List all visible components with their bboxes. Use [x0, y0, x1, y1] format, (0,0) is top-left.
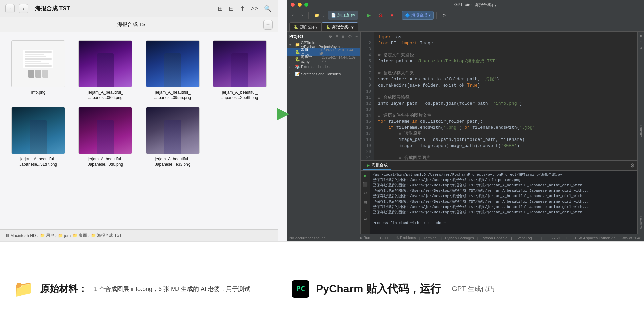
list-item[interactable]: jerjam_A_beautiful_Japanese...0d0.png [75, 107, 136, 167]
tree-arrow-scratches: › [289, 72, 293, 76]
run-bottom-tab[interactable]: ▶ Run [360, 236, 370, 240]
breadcrumb-current[interactable]: 📁 海报合成 TST [91, 233, 122, 238]
project-header: Project ⚙ ≡ ⊞ ⚙ − [287, 32, 360, 41]
sidebar-settings-icon[interactable]: ⚙ [329, 34, 332, 39]
toolbar-run-button[interactable]: ▶ [364, 11, 374, 20]
run-toolbar: ▶ ⬛ ⚙ ▤ ↓ ↩ [361, 171, 370, 234]
run-restart-button[interactable]: ▶ [362, 172, 369, 179]
add-folder-button[interactable]: + [263, 20, 273, 30]
run-settings-icon[interactable]: ⚙ [630, 162, 635, 169]
list-item[interactable]: jerjam_A_beautiful_Japanese...e33.png [143, 107, 203, 167]
breadcrumb-sep: › [55, 233, 57, 238]
pycharm-status-bar: No occurrences found ▶ Run | TCDO | ⚠ Pr… [287, 234, 644, 241]
run-tab-run[interactable]: ▶ 海报合成 [363, 161, 391, 170]
run-output-line: 已保存处理后的图像：/Users/jer/Desktop/海报合成 TST/海报… [373, 210, 635, 215]
tree-item-haibao[interactable]: 🐍 海报合成.py 2023/4/27, 14:44, 1.09 kB [287, 56, 360, 63]
bottom-right: PC PyCharm 贴入代码，运行 GPT 生成代码 [278, 242, 644, 336]
tree-item-label: 海报合成.py [301, 54, 319, 64]
list-item[interactable]: info.png [8, 40, 68, 100]
toolbar-run-config[interactable]: 🔷 海报合成 ▾ [402, 11, 434, 20]
view-toggle-icon[interactable]: ⊟ [227, 4, 235, 14]
tree-item-label: Scratches and Consoles [301, 72, 341, 76]
toolbar-separator [399, 12, 399, 19]
tree-scratches-icon: 📝 [295, 72, 300, 76]
more-icon[interactable]: >> [250, 4, 259, 13]
breadcrumb-users[interactable]: 📁 用户 [40, 233, 54, 238]
breadcrumb-jer[interactable]: 📁 jer [58, 233, 69, 238]
tab-haibao[interactable]: 🐍 海报合成.py [322, 22, 358, 31]
eventlog-bottom-tab[interactable]: Event Log [515, 236, 532, 240]
pycharm-logo: PC [292, 280, 309, 298]
list-item[interactable]: jerjam_A_beautiful_Japanes...0f555.png [143, 40, 203, 100]
run-output-line: 已保存处理后的图像：/Users/jer/Desktop/海报合成 TST/海报… [373, 177, 635, 183]
tree-item-date: 2023/4/27, 14:44, 1.09 kB [322, 56, 358, 63]
run-wrap-btn[interactable]: ↩ [362, 216, 369, 223]
side-btn-2[interactable]: ≡ [638, 39, 644, 44]
finder-title: 海报合成 TST [35, 5, 212, 12]
share-icon[interactable]: ⬆ [238, 4, 246, 14]
tree-item-ext-libs[interactable]: › 📚 External Libraries [287, 63, 360, 70]
breadcrumb-disk[interactable]: 🖥 Macintosh HD [5, 233, 36, 238]
list-item[interactable]: jerjam_A_beautiful_Japanese...51d7.png [8, 107, 68, 167]
tab-jiabaibian[interactable]: 🐍 加白边.py [289, 22, 322, 31]
side-btn-3[interactable]: ⊞ [638, 45, 644, 50]
file-thumbnail [213, 40, 267, 87]
toolbar-file1[interactable]: 📄 加白边.py [328, 11, 358, 20]
run-stop-button[interactable]: ⬛ [362, 181, 369, 188]
tree-file-icon: 🐍 [295, 57, 300, 62]
toolbar-settings[interactable]: ⚙ [439, 11, 449, 20]
arrow-indicator: ▶ [277, 103, 289, 122]
favorites-label: Favorites [638, 213, 644, 233]
list-item[interactable]: jerjam_A_beautiful_Japanes...0f66.png [75, 40, 136, 100]
address-title: 海报合成 TST [5, 21, 261, 28]
pycharm-titlebar: GPTiroiro - 海报合成.py [287, 0, 644, 9]
toolbar-nav-forward[interactable]: › [298, 11, 306, 20]
sidebar-minus-icon[interactable]: − [355, 34, 358, 39]
tcdo-bottom-tab[interactable]: TCDO [378, 236, 388, 240]
nav-forward-button[interactable]: › [19, 4, 28, 13]
run-output-line: 已保存处理后的图像：/Users/jer/Desktop/海报合成 TST/海报… [373, 204, 635, 210]
finder-breadcrumb: 🖥 Macintosh HD › 📁 用户 › 📁 jer › 📁 桌面 › 📁… [0, 229, 278, 241]
problems-bottom-tab[interactable]: ⚠ Problems [396, 236, 416, 240]
finder-toolbar-icons: ⊞ ⊟ ⬆ >> 🔍 [216, 4, 273, 14]
nav-back-button[interactable]: ‹ [5, 4, 15, 13]
tree-item-jiabaibian[interactable]: 🐍 加白边.py 2023/4/27, 12:01, 1.44 kB [287, 48, 360, 56]
view-grid-icon[interactable]: ⊞ [216, 4, 224, 14]
toolbar-debug-button[interactable]: 🐞 [375, 11, 386, 20]
code-content[interactable]: import os from PIL import Image # 指定文件夹路… [374, 32, 637, 160]
toolbar-stop-button[interactable]: ■ [387, 11, 396, 20]
tree-item-scratches[interactable]: › 📝 Scratches and Consoles [287, 70, 360, 78]
window-close-button[interactable] [291, 3, 295, 7]
line-numbers: 123456789101112131415161718192021 [361, 32, 374, 160]
run-output-line: /usr/local/bin/python3.9 /Users/jer/Pych… [373, 172, 635, 177]
tree-arrow-root: ▾ [289, 43, 293, 47]
toolbar-nav-back[interactable]: ‹ [289, 11, 297, 20]
search-icon[interactable]: 🔍 [263, 4, 273, 14]
tree-item-root[interactable]: ▾ 📁 GPTiroiro ~/PycharmProjects/pyth... [287, 41, 360, 48]
toolbar-separator [308, 12, 309, 19]
sidebar-gear-icon[interactable]: ⚙ [348, 34, 352, 39]
sidebar-view-icon[interactable]: ⊞ [341, 34, 345, 39]
run-main: ▶ ⬛ ⚙ ▤ ↓ ↩ /usr/local/bin/python3.9 /Us… [361, 171, 637, 234]
pypackages-bottom-tab[interactable]: Python Packages [445, 236, 474, 240]
run-scroll-btn[interactable]: ↓ [362, 207, 369, 214]
pyconsole-bottom-tab[interactable]: Python Console [482, 236, 508, 240]
sidebar-layout-icon[interactable]: ≡ [336, 34, 338, 39]
breadcrumb-desktop[interactable]: 📁 桌面 [73, 233, 87, 238]
window-maximize-button[interactable] [304, 3, 308, 7]
file-thumbnail [78, 107, 132, 154]
toolbar-separator [361, 12, 361, 19]
tab-label: 加白边.py [300, 24, 317, 30]
run-settings-btn[interactable]: ⚙ [362, 189, 369, 197]
side-btn-1[interactable]: ▣ [638, 33, 644, 38]
run-filter-btn[interactable]: ▤ [362, 198, 369, 206]
window-minimize-button[interactable] [298, 3, 302, 7]
file-thumbnail [11, 40, 65, 87]
pycharm-editor: 123456789101112131415161718192021 import… [361, 32, 637, 234]
terminal-bottom-tab[interactable]: Terminal [424, 236, 438, 240]
toolbar-project[interactable]: 📁 ... [311, 11, 327, 20]
file-name: jerjam_A_beautiful_Japanes...0f66.png [88, 90, 123, 100]
list-item[interactable]: jerjam_A_beautiful_Japanes...2be6f.png [210, 40, 270, 100]
status-no-occurrences: No occurrences found [289, 236, 326, 240]
run-output-line [373, 215, 635, 220]
